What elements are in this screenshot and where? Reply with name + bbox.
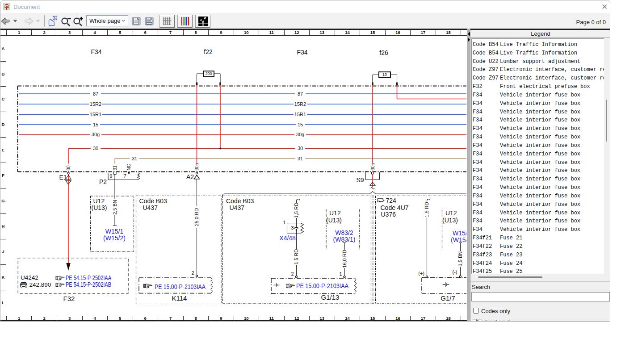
legend-entry[interactable]: F34Vehicle interior fuse box xyxy=(472,184,604,192)
legend-entry[interactable]: Code B54Live Traffic Information xyxy=(472,49,604,58)
legend-entry[interactable]: F34Vehicle interior fuse box xyxy=(472,217,604,226)
legend-entry[interactable]: F34f23Fuse 23 xyxy=(472,251,604,259)
collapse-left-icon[interactable] xyxy=(468,32,470,36)
wire-size-1-5rd-a: 1,5 RD xyxy=(294,203,299,218)
f32-pe-link1[interactable]: PE 54.15-P-2502IAA xyxy=(66,274,112,281)
codes-only-checkbox[interactable] xyxy=(473,308,479,314)
pointing-hand-icon xyxy=(144,284,152,288)
legend-entry-code: Code B54 xyxy=(473,49,499,58)
pointing-hand-icon xyxy=(286,284,295,288)
legend-entry[interactable]: F34Vehicle interior fuse box xyxy=(472,209,604,218)
bus-w87-label: 87 xyxy=(93,91,98,96)
component-g113: 2 PE 15.00-P-2103IAA G1/13 xyxy=(271,271,357,301)
legend-entry-code: F34 xyxy=(473,150,483,159)
horizontal-scroll-thumb[interactable] xyxy=(478,276,542,278)
a2-label: A2 xyxy=(186,173,194,180)
ground-s9: 30b S9 xyxy=(356,163,379,189)
legend-entry-desc: Vehicle interior fuse box xyxy=(500,133,580,142)
legend-entry[interactable]: F34Vehicle interior fuse box xyxy=(472,175,604,184)
legend-entry[interactable]: Code Z97Electronic interface, customer r… xyxy=(472,74,604,83)
pin-3-x448: 3 xyxy=(291,225,294,230)
search-input[interactable] xyxy=(471,292,610,301)
panel-splitter[interactable] xyxy=(467,29,470,322)
vertical-scroll-thumb[interactable] xyxy=(606,100,607,142)
wire-size-25-0rd: 25,0 RD xyxy=(194,208,199,226)
legend-entry-desc: Vehicle interior fuse box xyxy=(500,175,580,184)
w15b-link2[interactable]: (W15/2) xyxy=(451,236,467,243)
codeb03a-l1-label: Code B03 xyxy=(139,197,167,205)
close-icon[interactable]: ✕ xyxy=(600,2,609,12)
legend-entry[interactable]: F32Front electrical prefuse box xyxy=(472,83,604,91)
find-next-button[interactable]: Find next xyxy=(470,319,560,322)
legend-entry-desc: Vehicle interior fuse box xyxy=(500,100,580,108)
legend-entry-code: F32 xyxy=(473,83,483,91)
legend-list[interactable]: Code B54Live Traffic Information Code B5… xyxy=(471,38,604,274)
f32-code: U4242 xyxy=(21,274,38,281)
expand-right-icon[interactable] xyxy=(468,38,470,42)
bus-w30-label: 30 xyxy=(298,146,303,151)
bus-w30-label: 30 xyxy=(93,146,98,151)
pin-7-label: 7 xyxy=(124,173,126,179)
legend-entry[interactable]: F34Vehicle interior fuse box xyxy=(472,125,604,133)
legend-entry[interactable]: F34Vehicle interior fuse box xyxy=(472,91,604,100)
k114-pe-link[interactable]: PE 15.00-P-2103IAA xyxy=(155,283,206,290)
legend-entry[interactable]: F34f22Fuse 22 xyxy=(472,243,604,251)
p2-label: P2 xyxy=(99,178,107,185)
wire-size-2-5bn: 2,5 BN xyxy=(112,200,117,215)
w15-link2[interactable]: (W15/2) xyxy=(103,234,126,242)
legend-separator xyxy=(470,281,610,281)
pin-1-g113: 1 xyxy=(339,271,342,276)
w83-link[interactable]: W83/2 xyxy=(335,229,353,236)
component-g17: G1/7 xyxy=(422,278,466,302)
legend-entry-code: F34 xyxy=(473,108,483,117)
document-window: Document ✕ xyxy=(0,0,610,322)
legend-entry-code: Code Z97 xyxy=(473,74,499,83)
legend-entry[interactable]: F34Vehicle interior fuse box xyxy=(472,116,604,125)
legend-entry[interactable]: F34f24Fuse 24 xyxy=(472,259,604,268)
legend-entry-desc: Electronic interface, customer re xyxy=(500,66,604,74)
pointing-hand-icon xyxy=(56,283,64,287)
legend-horizontal-scrollbar[interactable] xyxy=(471,274,604,280)
legend-entry[interactable]: F34Vehicle interior fuse box xyxy=(472,150,604,159)
legend-entry[interactable]: F34Vehicle interior fuse box xyxy=(472,142,604,150)
legend-entry[interactable]: F34f21Fuse 21 xyxy=(472,234,604,243)
legend-entry[interactable]: F34Vehicle interior fuse box xyxy=(472,133,604,142)
u12c-l1-label: U12 xyxy=(445,209,457,217)
legend-entry[interactable]: Code Z97Electronic interface, customer r… xyxy=(472,66,604,74)
codeb03b-l1-label: Code B03 xyxy=(226,197,254,205)
fuse-f26: 10 xyxy=(372,72,398,85)
bus-w15r1-label: 15R1 xyxy=(294,112,306,117)
legend-entry[interactable]: F34Vehicle interior fuse box xyxy=(472,192,604,201)
w15b-link[interactable]: W15/1 xyxy=(453,230,467,237)
legend-entry[interactable]: F34Vehicle interior fuse box xyxy=(472,100,604,108)
pin-2-g113: 2 xyxy=(291,271,294,276)
pin-nc-label: NC xyxy=(126,164,131,170)
g113-pe-link[interactable]: PE 15.00-P-2103IAA xyxy=(296,282,349,289)
legend-entry-code: F34 xyxy=(473,159,483,167)
legend-entry-code: F34 xyxy=(473,192,483,201)
legend-entry-code: F34 xyxy=(473,226,483,234)
f32-pe-link2[interactable]: PE 54.15-P-2502IAB xyxy=(66,281,111,288)
legend-entry-desc: Lumbar support adjustment xyxy=(500,58,580,66)
legend-entry[interactable]: Code B54Live Traffic Information xyxy=(472,41,604,49)
label-f26: f26 xyxy=(379,49,388,56)
legend-entry[interactable]: F34Vehicle interior fuse box xyxy=(472,201,604,209)
legend-entry-code: F34 xyxy=(473,116,483,125)
legend-entry[interactable]: F34Vehicle interior fuse box xyxy=(472,159,604,167)
legend-entry-code: F34 xyxy=(473,142,483,150)
ground-e1: 30 E1 xyxy=(59,164,71,271)
legend-entry[interactable]: F34Vehicle interior fuse box xyxy=(472,226,604,234)
legend-vertical-scrollbar[interactable] xyxy=(604,38,610,274)
w83-link2[interactable]: (W83/1) xyxy=(333,236,356,243)
f32-variant: 242.890 xyxy=(29,281,51,288)
legend-entry[interactable]: F34Vehicle interior fuse box xyxy=(472,167,604,175)
legend-entry-code: F34f24 xyxy=(473,259,492,268)
legend-entry[interactable]: Code U22Lumbar support adjustment xyxy=(472,58,604,66)
legend-entry-desc: Fuse 21 xyxy=(500,234,522,243)
legend-entry-code: F34 xyxy=(473,184,483,192)
legend-entry[interactable]: F34f25Fuse 25 xyxy=(472,268,604,274)
legend-entry[interactable]: F34Vehicle interior fuse box xyxy=(472,108,604,117)
x448-link[interactable]: X4/48 xyxy=(279,234,296,242)
legend-entry-desc: Fuse 24 xyxy=(500,259,522,268)
g17-label: G1/7 xyxy=(441,294,455,302)
